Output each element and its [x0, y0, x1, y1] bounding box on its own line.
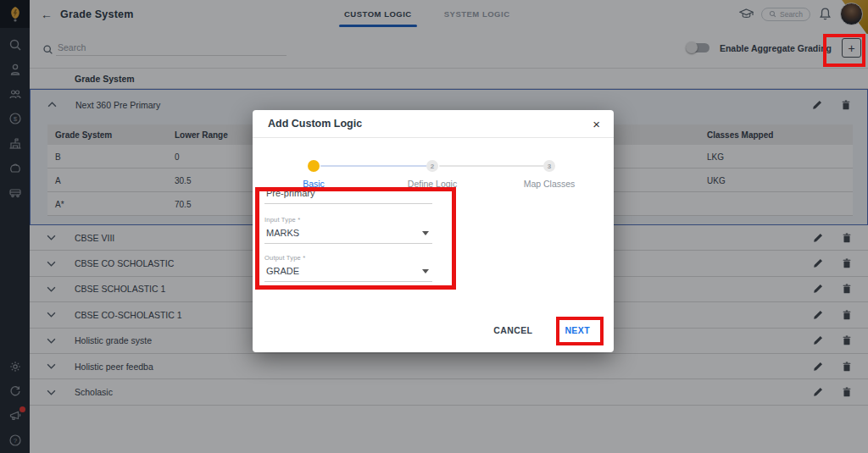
output-type-value: GRADE — [266, 266, 299, 276]
output-type-label: Output Type * — [264, 254, 432, 262]
input-type-label: Input Type * — [264, 216, 432, 224]
dropdown-caret-icon — [422, 231, 429, 235]
output-type-select[interactable]: GRADE — [264, 263, 432, 282]
step-basic-dot[interactable] — [308, 160, 320, 172]
next-button[interactable]: NEXT — [561, 320, 593, 340]
step-map-classes-label: Map Classes — [524, 179, 576, 189]
step-define-logic-dot[interactable]: 2 — [426, 160, 438, 172]
step-connector — [439, 165, 544, 167]
modal-actions: CANCEL NEXT — [490, 320, 593, 340]
input-type-value: MARKS — [266, 228, 299, 238]
input-type-select[interactable]: MARKS — [264, 225, 432, 244]
modal-title: Add Custom Logic — [268, 118, 362, 130]
add-custom-logic-modal: Add Custom Logic × 2 3 Basic Define Logi… — [253, 110, 614, 352]
step-connector — [320, 165, 427, 167]
modal-header: Add Custom Logic × — [253, 110, 614, 138]
app-root: $ ? — [0, 0, 868, 453]
close-icon[interactable]: × — [593, 118, 600, 130]
name-field[interactable]: Pre-primary — [264, 185, 432, 204]
dropdown-caret-icon — [422, 269, 429, 273]
step-map-classes-dot[interactable]: 3 — [543, 160, 555, 172]
cancel-button[interactable]: CANCEL — [490, 320, 536, 340]
modal-form: Pre-primary Input Type * MARKS Output Ty… — [264, 185, 432, 292]
